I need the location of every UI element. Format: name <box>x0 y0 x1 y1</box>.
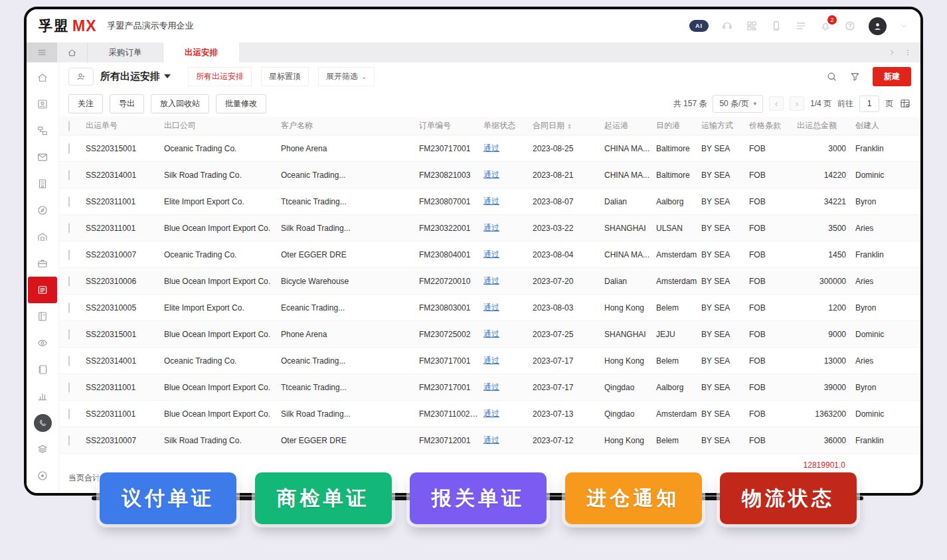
sidebar-item-phone-icon[interactable] <box>28 409 57 436</box>
mobile-icon[interactable] <box>770 20 782 32</box>
sidebar-item-chart-icon[interactable] <box>28 383 57 409</box>
sidebar-item-stack-icon[interactable] <box>28 436 57 462</box>
sidebar-item-contacts-icon[interactable] <box>28 91 57 117</box>
row-checkbox[interactable] <box>68 249 70 260</box>
cell-status-link[interactable]: 通过 <box>483 143 533 154</box>
cell-status-link[interactable]: 通过 <box>483 302 533 313</box>
filter-tab-3[interactable]: 展开筛选⌄ <box>318 67 375 86</box>
cell-status-link[interactable]: 通过 <box>483 382 533 393</box>
sidebar-item-mail-icon[interactable] <box>28 144 57 171</box>
warehouse-icon <box>37 231 48 243</box>
search-icon[interactable] <box>826 71 837 82</box>
cell-status-link[interactable]: 通过 <box>483 328 533 340</box>
table-row[interactable]: SS220315001Blue Ocean Import Export Co.P… <box>59 321 920 348</box>
table-row[interactable]: SS220310007Silk Road Trading Co.Oter EGG… <box>59 427 920 454</box>
column-header-5: 单据状态 <box>483 120 533 131</box>
action-button-3[interactable]: 放入回收站 <box>151 94 209 113</box>
row-checkbox[interactable] <box>68 196 70 207</box>
tab-2[interactable]: 出运安排 <box>163 42 239 62</box>
cell-status-link[interactable]: 通过 <box>483 435 533 446</box>
sort-icon[interactable]: ▲▼ <box>567 123 572 129</box>
flow-button-3[interactable]: 报关单证 <box>410 472 547 524</box>
view-selector[interactable]: 所有出运安排 <box>100 70 171 83</box>
filter-funnel-icon[interactable] <box>849 71 861 82</box>
table-row[interactable]: SS220311001Blue Ocean Import Export Co.S… <box>59 215 920 242</box>
filter-tab-1[interactable]: 所有出运安排 <box>188 67 252 86</box>
action-button-2[interactable]: 导出 <box>110 94 144 113</box>
column-header-6[interactable]: 合同日期▲▼ <box>533 120 604 131</box>
chevron-down-icon[interactable] <box>899 21 908 31</box>
table-row[interactable]: SS220310007Oceanic Trading Co.Oter EGGER… <box>59 242 920 268</box>
sidebar-item-shipment-doc-icon[interactable] <box>28 277 57 303</box>
action-button-1[interactable]: 关注 <box>68 94 103 113</box>
view-filter-button[interactable] <box>68 68 94 86</box>
sidebar-item-workflow-icon[interactable] <box>28 117 57 144</box>
sidebar-item-briefcase-icon[interactable] <box>28 250 57 277</box>
avatar[interactable] <box>869 17 887 35</box>
table-row[interactable]: SS220314001Oceanic Trading Co.Oceanic Tr… <box>59 348 920 374</box>
sidebar-item-home-icon[interactable] <box>28 64 57 91</box>
filter-tab-2[interactable]: 星标置顶 <box>261 67 309 86</box>
table-row[interactable]: SS220311001Blue Ocean Import Export Co.T… <box>59 374 920 401</box>
row-checkbox[interactable] <box>68 276 70 287</box>
tab-scroll-right-icon[interactable] <box>887 48 897 57</box>
table-row[interactable]: SS220310005Elite Import Export Co.Eceani… <box>59 295 920 321</box>
row-checkbox[interactable] <box>68 303 70 313</box>
cell-status-link[interactable]: 通过 <box>483 249 533 260</box>
cell-transport-mode: BY SEA <box>701 330 749 339</box>
home-tab-button[interactable] <box>57 42 88 62</box>
flow-button-4[interactable]: 进仓通知 <box>565 472 702 524</box>
flow-button-2[interactable]: 商检单证 <box>255 472 392 524</box>
table-row[interactable]: SS220314001Silk Road Trading Co.Oceanic … <box>59 162 920 188</box>
cell-destination-port: Amsterdam <box>656 277 701 286</box>
column-header-1: 出运单号 <box>86 120 164 131</box>
bell-icon[interactable]: 2 <box>819 20 831 32</box>
select-all-checkbox[interactable] <box>68 121 70 131</box>
goto-page-input[interactable] <box>859 96 879 112</box>
row-checkbox[interactable] <box>68 170 70 180</box>
ai-badge[interactable]: AI <box>689 20 709 32</box>
table-row[interactable]: SS220310006Blue Ocean Import Export Co.B… <box>59 268 920 295</box>
mail-icon <box>37 151 48 163</box>
next-page-button[interactable]: › <box>790 96 804 111</box>
sidebar-item-ledger-icon[interactable] <box>28 303 57 330</box>
qr-code-icon[interactable] <box>746 20 758 32</box>
tab-menu-kebab-icon[interactable] <box>903 48 912 57</box>
avatar[interactable] <box>869 17 887 35</box>
table-row[interactable]: SS220311001Blue Ocean Import Export Co.S… <box>59 401 920 427</box>
sidebar-item-compass-icon[interactable] <box>28 197 57 224</box>
create-new-button[interactable]: 新建 <box>873 67 911 86</box>
row-checkbox[interactable] <box>68 382 70 393</box>
row-checkbox[interactable] <box>68 143 70 154</box>
sidebar-item-notebook-icon[interactable] <box>28 356 57 383</box>
cell-status-link[interactable]: 通过 <box>483 196 533 207</box>
headset-icon[interactable] <box>721 20 733 32</box>
sidebar-item-target-icon[interactable] <box>28 462 57 489</box>
sidebar-item-warehouse-icon[interactable] <box>28 224 57 250</box>
cell-status-link[interactable]: 通过 <box>483 169 533 180</box>
table-row[interactable]: SS220311001Elite Import Export Co.Ttcean… <box>59 188 920 215</box>
page-size-select[interactable]: 50 条/页 ▾ <box>713 95 763 113</box>
cell-status-link[interactable]: 通过 <box>483 222 533 234</box>
sidebar-item-eye-icon[interactable] <box>28 330 57 356</box>
cell-status-link[interactable]: 通过 <box>483 355 533 366</box>
row-checkbox[interactable] <box>68 329 70 340</box>
sidebar-item-company-icon[interactable] <box>28 171 57 197</box>
help-icon[interactable] <box>844 20 856 32</box>
row-checkbox[interactable] <box>68 409 70 419</box>
cell-contract-date: 2023-08-25 <box>533 144 604 153</box>
collapse-menu-button[interactable] <box>27 42 57 62</box>
action-button-4[interactable]: 批量修改 <box>216 94 266 113</box>
row-checkbox[interactable] <box>68 223 70 234</box>
flow-button-5[interactable]: 物流状态 <box>720 472 857 524</box>
row-checkbox[interactable] <box>68 435 70 446</box>
cell-status-link[interactable]: 通过 <box>483 275 533 287</box>
table-settings-icon[interactable] <box>899 98 911 109</box>
row-checkbox[interactable] <box>68 356 70 366</box>
tab-1[interactable]: 采购订单 <box>88 42 163 62</box>
cell-status-link[interactable]: 通过 <box>483 408 533 419</box>
list-icon[interactable] <box>795 20 807 32</box>
table-row[interactable]: SS220315001Oceanic Trading Co.Phone Aren… <box>59 135 920 162</box>
prev-page-button[interactable]: ‹ <box>769 96 784 111</box>
flow-button-1[interactable]: 议付单证 <box>100 472 236 524</box>
